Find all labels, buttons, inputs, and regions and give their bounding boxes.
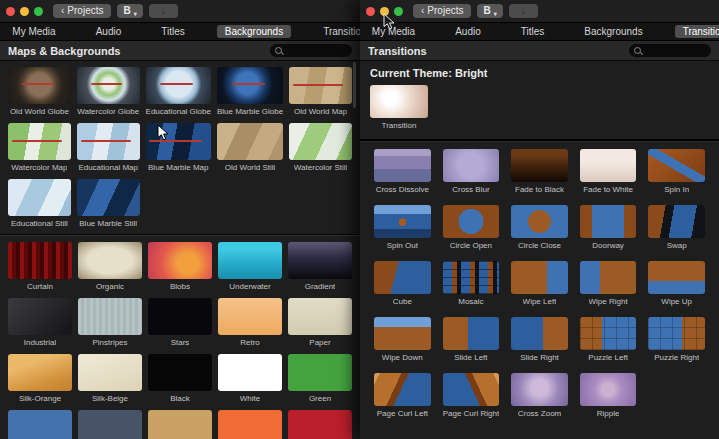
media-item[interactable]: Retro — [218, 298, 282, 347]
transition-item[interactable]: Wipe Down — [374, 317, 431, 362]
media-item[interactable]: Watercolor Still — [289, 123, 352, 172]
import-button[interactable]: ↓ — [149, 4, 178, 18]
zoom-button[interactable] — [394, 7, 403, 16]
close-button[interactable] — [366, 7, 375, 16]
transition-item[interactable]: Wipe Right — [580, 261, 637, 306]
transition-item[interactable]: Fade to Black — [511, 149, 568, 194]
media-item[interactable]: Pinstripes — [78, 298, 142, 347]
transition-item[interactable]: Cube — [374, 261, 431, 306]
tab-item[interactable]: Audio — [88, 25, 130, 38]
media-item[interactable]: Educational Globe — [146, 67, 211, 116]
tab-item[interactable]: Backgrounds — [217, 25, 291, 38]
media-item[interactable]: Old World Globe — [8, 67, 71, 116]
media-item[interactable]: Curtain — [8, 242, 72, 291]
transition-item[interactable]: Mosaic — [443, 261, 500, 306]
media-label: Retro — [240, 338, 260, 347]
transition-item[interactable]: Ripple — [580, 373, 637, 418]
media-item[interactable]: Silk-Beige — [78, 354, 142, 403]
tab-item[interactable]: My Media — [364, 25, 423, 38]
transition-item[interactable]: Puzzle Left — [580, 317, 637, 362]
media-item[interactable]: Green — [288, 354, 352, 403]
transition-item[interactable]: Cross Dissolve — [374, 149, 431, 194]
tab-item[interactable]: Transitions — [315, 25, 360, 38]
zoom-button[interactable] — [34, 7, 43, 16]
chevron-left-icon: ‹ — [421, 6, 424, 16]
media-item[interactable] — [288, 410, 352, 439]
media-item[interactable]: Stars — [148, 298, 212, 347]
media-item[interactable]: Old World Map — [289, 67, 352, 116]
media-thumbnail — [288, 410, 352, 439]
projects-back-button[interactable]: ‹ Projects — [413, 4, 471, 18]
media-label: Educational Map — [78, 163, 138, 172]
media-thumbnail — [218, 354, 282, 391]
projects-back-button[interactable]: ‹ Projects — [53, 4, 111, 18]
search-input[interactable] — [644, 46, 706, 56]
transition-item[interactable]: Slide Left — [443, 317, 500, 362]
transition-item[interactable]: Spin Out — [374, 205, 431, 250]
theme-transition-item[interactable]: Transition — [370, 85, 428, 130]
theme-items: Transition — [370, 85, 709, 130]
media-thumbnail — [218, 242, 282, 279]
transition-item[interactable]: Puzzle Right — [648, 317, 705, 362]
media-item[interactable]: White — [218, 354, 282, 403]
search-input[interactable] — [285, 46, 347, 56]
media-item[interactable]: Educational Still — [8, 179, 71, 228]
media-label: Green — [309, 394, 331, 403]
transitions-content: Cross Dissolve Cross Blur Fade to Black … — [360, 141, 719, 418]
media-item[interactable]: Blue Marble Still — [77, 179, 140, 228]
transition-item[interactable]: Fade to White — [580, 149, 637, 194]
media-item[interactable]: Organic — [78, 242, 142, 291]
media-item[interactable]: Gradient — [288, 242, 352, 291]
media-item[interactable] — [78, 410, 142, 439]
media-label: Circle Close — [518, 241, 561, 250]
transition-item[interactable]: Page Curl Left — [374, 373, 431, 418]
media-label: Pinstripes — [92, 338, 127, 347]
media-item[interactable] — [148, 410, 212, 439]
tab-item[interactable]: Audio — [447, 25, 489, 38]
media-item[interactable]: Blobs — [148, 242, 212, 291]
tab-item[interactable]: Transitions — [675, 25, 719, 38]
minimize-button[interactable] — [380, 7, 389, 16]
media-label: Puzzle Right — [654, 353, 699, 362]
media-label: Wipe Up — [661, 297, 692, 306]
transition-item[interactable]: Cross Zoom — [511, 373, 568, 418]
transition-item[interactable]: Slide Right — [511, 317, 568, 362]
media-item[interactable]: Educational Map — [77, 123, 140, 172]
search-box — [629, 44, 711, 57]
tab-item[interactable]: Titles — [153, 25, 193, 38]
media-thumbnail — [8, 242, 72, 279]
media-item[interactable]: Old World Still — [217, 123, 283, 172]
transition-item[interactable]: Circle Open — [443, 205, 500, 250]
transition-item[interactable]: Page Curl Right — [443, 373, 500, 418]
media-item[interactable] — [8, 410, 72, 439]
media-thumbnail — [374, 261, 431, 294]
tab-item[interactable]: Titles — [513, 25, 553, 38]
media-item[interactable]: Blue Marble Map — [146, 123, 211, 172]
media-label: Watercolor Still — [294, 163, 348, 172]
media-label: Black — [170, 394, 190, 403]
transition-item[interactable]: Swap — [648, 205, 705, 250]
scrollbar-thumb[interactable] — [353, 62, 356, 108]
transition-item[interactable]: Wipe Left — [511, 261, 568, 306]
import-button[interactable]: ↓ — [509, 4, 538, 18]
minimize-button[interactable] — [20, 7, 29, 16]
media-item[interactable]: Underwater — [218, 242, 282, 291]
close-button[interactable] — [6, 7, 15, 16]
media-style-button[interactable]: B ▾ — [477, 4, 502, 18]
tab-item[interactable]: My Media — [4, 25, 63, 38]
media-item[interactable]: Watercolor Globe — [77, 67, 140, 116]
transition-item[interactable]: Circle Close — [511, 205, 568, 250]
transition-item[interactable]: Wipe Up — [648, 261, 705, 306]
media-item[interactable]: Blue Marble Globe — [217, 67, 283, 116]
transition-item[interactable]: Cross Blur — [443, 149, 500, 194]
media-item[interactable]: Black — [148, 354, 212, 403]
media-item[interactable]: Watercolor Map — [8, 123, 71, 172]
media-item[interactable]: Silk-Orange — [8, 354, 72, 403]
transition-item[interactable]: Spin In — [648, 149, 705, 194]
transition-item[interactable]: Doorway — [580, 205, 637, 250]
media-item[interactable]: Industrial — [8, 298, 72, 347]
media-item[interactable]: Paper — [288, 298, 352, 347]
media-item[interactable] — [218, 410, 282, 439]
media-style-button[interactable]: B ▾ — [117, 4, 142, 18]
tab-item[interactable]: Backgrounds — [576, 25, 650, 38]
